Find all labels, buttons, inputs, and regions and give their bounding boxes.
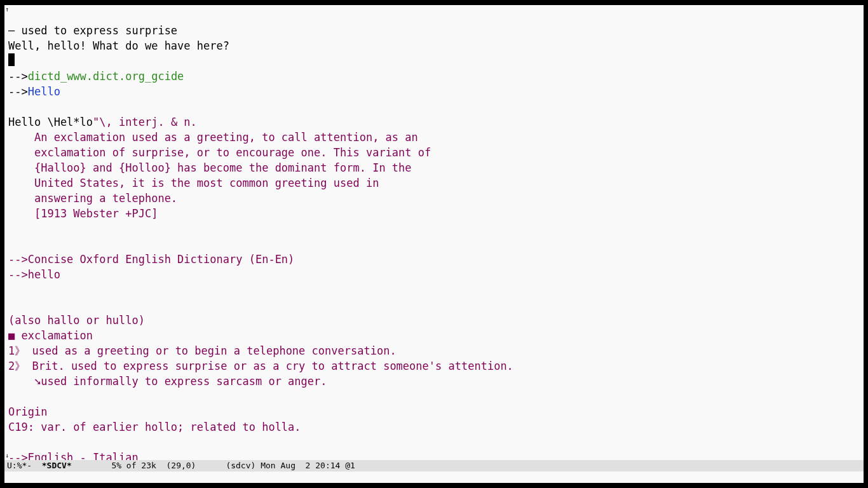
text-line: Well, hello! What do we have here?: [8, 39, 229, 52]
minibuffer[interactable]: [4, 471, 864, 483]
modeline-prefix: U:%*-: [7, 461, 42, 470]
emacs-frame: ↑ ↓ — used to express surprise Well, hel…: [4, 5, 864, 483]
scroll-indicator-up: ↑: [5, 6, 9, 13]
text-line: [1913 Webster +PJC]: [8, 207, 158, 220]
arrow-prefix: -->: [8, 70, 28, 83]
text-line: "\, interj. & n.: [93, 116, 197, 128]
text-line: -->hello: [8, 268, 60, 281]
buffer-content[interactable]: — used to express surprise Well, hello! …: [4, 8, 864, 465]
text-line: C19: var. of earlier hollo; related to h…: [8, 421, 301, 433]
text-line: ➘used informally to express sarcasm or a…: [8, 375, 327, 388]
modeline-rest: 5% of 23k (29,0) (sdcv) Mon Aug 2 20:14 …: [72, 461, 355, 470]
arrow-prefix: -->: [8, 85, 28, 98]
text-line: 1》 used as a greeting or to begin a tele…: [8, 344, 397, 357]
text-cursor: [8, 53, 15, 66]
text-line: An exclamation used as a greeting, to ca…: [8, 131, 418, 144]
text-line: answering a telephone.: [8, 192, 177, 205]
dict-source-link[interactable]: dictd_www.dict.org_gcide: [28, 70, 184, 83]
text-line: Origin: [8, 405, 47, 418]
text-line: exclamation of surprise, or to encourage…: [8, 146, 431, 159]
text-line: -->Concise Oxford English Dictionary (En…: [8, 253, 294, 266]
buffer-name: *SDCV*: [42, 461, 72, 470]
text-line: {Halloo} and {Holloo} has become the dom…: [8, 161, 412, 174]
text-line: Hello \Hel*lo: [8, 116, 93, 128]
dict-headword-link[interactable]: Hello: [28, 85, 60, 98]
scroll-indicator-down: ↓: [5, 452, 9, 459]
text-line: (also hallo or hullo): [8, 314, 145, 327]
text-line: United States, it is the most common gre…: [8, 177, 379, 189]
text-line: 2》 Brit. used to express surprise or as …: [8, 360, 513, 372]
mode-line[interactable]: U:%*- *SDCV* 5% of 23k (29,0) (sdcv) Mon…: [4, 460, 864, 471]
text-line: — used to express surprise: [8, 24, 177, 37]
text-line: ■ exclamation: [8, 329, 93, 342]
